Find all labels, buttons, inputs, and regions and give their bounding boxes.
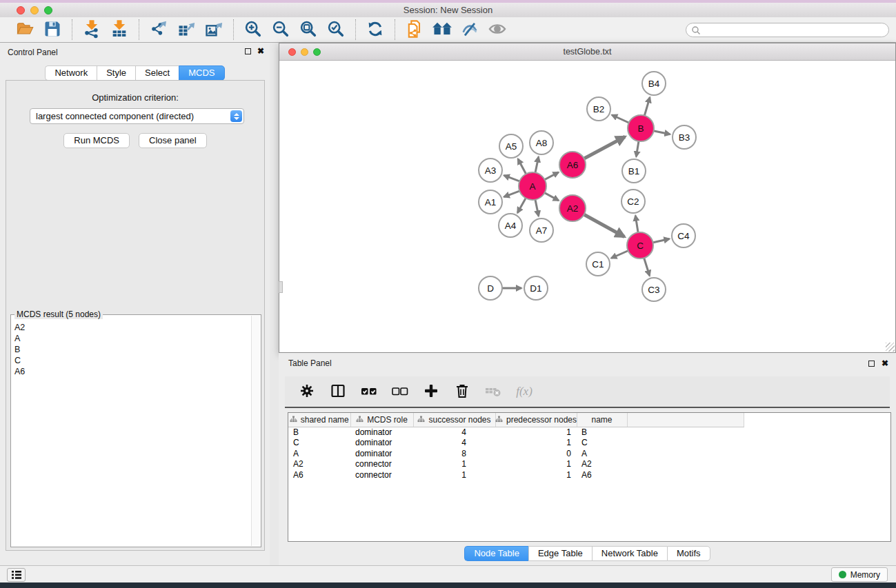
table-row[interactable]: Bdominator41B [288,427,744,438]
mcds-tab-content: Optimization criterion: largest connecte… [6,80,265,551]
graph-node-B3[interactable]: B3 [673,125,696,149]
uncheck-all-button[interactable] [389,381,411,403]
panel-grip[interactable] [279,281,283,293]
graph-node-C[interactable]: C [627,232,653,258]
save-button[interactable] [40,19,65,41]
svg-text:A7: A7 [536,225,548,236]
column-header-shared-name[interactable]: shared name [288,413,350,427]
open-folder-button[interactable] [12,19,37,41]
show-details-button[interactable] [485,19,510,41]
graph-node-D[interactable]: D [479,276,502,300]
main-toolbar [0,17,896,43]
close-panel-button[interactable]: Close panel [139,133,207,148]
refresh-button[interactable] [363,19,388,41]
column-header-successor-nodes[interactable]: successor nodes [413,413,495,427]
result-item[interactable]: A [12,333,251,344]
zoom-in-button[interactable] [241,19,266,41]
tab-network-table[interactable]: Network Table [592,546,667,561]
graph-node-A5[interactable]: A5 [499,134,523,158]
column-header-mcds-role[interactable]: MCDS role [350,413,413,427]
window-resize-grip[interactable] [886,343,895,352]
float-table-panel-icon[interactable] [868,361,875,367]
result-item[interactable]: C [12,355,251,366]
table-toolbar: f(x) [285,376,890,408]
graph-node-B1[interactable]: B1 [622,159,646,183]
graph-node-A3[interactable]: A3 [479,159,502,182]
tab-select[interactable]: Select [135,65,179,81]
table-panel: Table Panel ✖ f(x) shared nameMCDS roles… [279,353,896,565]
table-row[interactable]: A6connector11A6 [288,469,744,480]
tab-edge-table[interactable]: Edge Table [528,546,592,561]
hide-details-icon [460,19,479,41]
close-panel-icon[interactable]: ✖ [257,47,264,55]
float-panel-icon[interactable] [245,48,251,54]
tab-mcds[interactable]: MCDS [179,65,224,81]
zoom-out-button[interactable] [268,19,293,41]
search-icon [691,26,701,35]
export-image-button[interactable] [201,19,226,41]
delete-column-button[interactable] [451,381,473,403]
column-header-name[interactable]: name [577,413,627,427]
export-network-button[interactable] [146,19,171,41]
tab-motifs[interactable]: Motifs [667,546,710,561]
task-history-button[interactable] [7,568,26,582]
criterion-select[interactable]: largest connected component (directed) [30,108,244,124]
close-table-panel-icon[interactable]: ✖ [882,359,888,367]
graph-node-A1[interactable]: A1 [479,190,502,214]
graph-node-A4[interactable]: A4 [499,214,522,237]
gear-button[interactable] [296,381,318,403]
hide-details-button[interactable] [457,19,482,41]
import-network-icon [82,19,101,41]
tab-style[interactable]: Style [97,65,135,81]
table-row[interactable]: Cdominator41C [288,438,744,449]
clone-network-button[interactable] [402,19,427,41]
result-item[interactable]: B [12,344,251,355]
export-table-button[interactable] [174,19,199,41]
graph-node-A8[interactable]: A8 [530,131,553,154]
tab-network[interactable]: Network [45,65,97,81]
graph-node-A7[interactable]: A7 [530,219,553,242]
add-column-button[interactable] [420,381,442,403]
graph-node-C1[interactable]: C1 [586,252,610,276]
columns-button[interactable] [327,381,349,403]
graph-node-B4[interactable]: B4 [642,72,666,95]
graph-node-D1[interactable]: D1 [524,276,548,300]
import-table-button[interactable] [107,19,132,41]
home-button[interactable] [430,19,455,41]
import-network-button[interactable] [79,19,104,41]
graph-node-B[interactable]: B [628,115,654,141]
graph-node-C2[interactable]: C2 [621,190,645,213]
search-input[interactable] [686,23,889,37]
toolbar-separator [355,19,356,40]
check-all-button[interactable] [358,381,380,403]
result-scrollbar[interactable] [251,316,260,546]
svg-text:C3: C3 [648,285,659,295]
table-row[interactable]: Adominator80A [288,448,744,459]
svg-text:C: C [637,241,644,251]
graph-node-C4[interactable]: C4 [672,224,695,247]
result-item[interactable]: A6 [12,366,251,377]
graph-node-A2[interactable]: A2 [559,195,586,221]
list-icon [11,570,22,580]
graph-node-A6[interactable]: A6 [559,152,586,178]
show-details-icon [488,19,507,41]
memory-button[interactable]: Memory [831,567,888,582]
delete-table-icon [484,383,502,401]
network-canvas[interactable]: AA6A2BCA5A8A3A1A4A7B2B4B3B1C2C4C1C3DD1 [279,61,895,352]
graph-node-A[interactable]: A [519,172,546,200]
column-header-predecessor-nodes[interactable]: predecessor nodes [495,413,577,427]
result-item[interactable]: A2 [12,322,251,333]
table-row[interactable]: A2connector11A2 [288,459,744,470]
zoom-out-icon [271,19,290,41]
zoom-fit-button[interactable] [296,19,321,41]
zoom-selected-icon [326,19,346,41]
svg-text:C1: C1 [592,259,604,270]
graph-node-C3[interactable]: C3 [642,278,666,301]
optimization-criterion-label: Optimization criterion: [6,92,264,103]
svg-text:C4: C4 [677,231,690,241]
zoom-selected-button[interactable] [323,19,348,41]
graph-node-B2[interactable]: B2 [587,97,610,121]
table-panel-title: Table Panel [279,353,896,368]
tab-node-table[interactable]: Node Table [464,546,528,561]
run-mcds-button[interactable]: Run MCDS [63,133,130,148]
